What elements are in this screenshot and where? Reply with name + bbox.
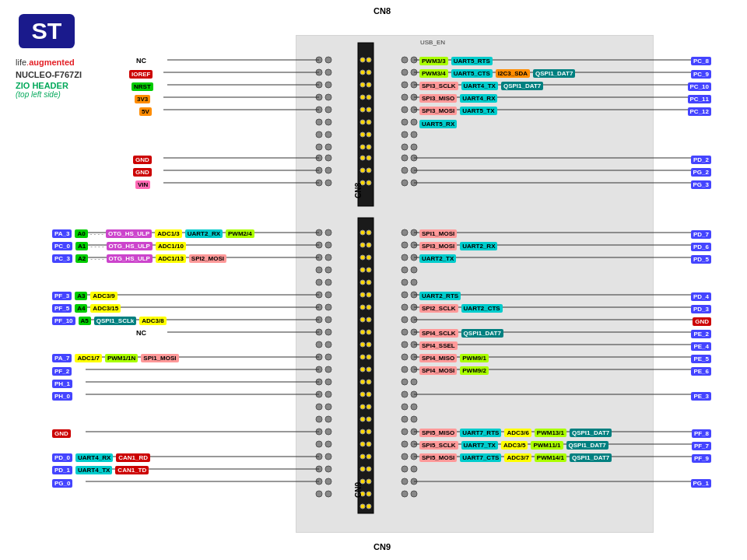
pc8-functions: PWM3/3 UART5_RTS — [419, 57, 493, 65]
pc9-pin: PC_9 — [690, 69, 712, 79]
pf7-pin: PF_7 — [691, 441, 712, 450]
pf2-pin: PF_2 — [51, 366, 72, 376]
uart5rts-badge: UART5_RTS — [451, 57, 493, 65]
5v-pin: 5V — [139, 107, 153, 116]
cn8-top-label: CN8 — [374, 6, 391, 16]
qspi1dat7-3-badge: QSPI1_DAT7 — [501, 82, 543, 90]
logo-area: ST life.augmented NUCLEO-F767ZI ZIO HEAD… — [16, 8, 132, 99]
pf5-badge: PF_5 — [52, 304, 72, 313]
uart5cts-badge: UART5_CTS — [451, 69, 493, 78]
pe4-r-badge: PE_4 — [691, 342, 711, 351]
usb-en-label: USB_EN — [420, 39, 445, 46]
uart4tx-r-badge: UART4_TX — [461, 82, 498, 90]
uart2tx-badge: UART2_TX — [419, 254, 456, 263]
st-logo: ST — [16, 8, 78, 54]
ioref-badge: IOREF — [129, 70, 153, 79]
pg2-r-badge: PG_2 — [691, 168, 711, 177]
pc8-row: PC_8 — [690, 57, 712, 65]
pe2-functions: SPI4_SCLK QSPI1_DAT7 — [419, 329, 504, 338]
adc110-badge: ADC1/10 — [156, 242, 186, 250]
qspi1dat7-pf8-badge: QSPI1_DAT7 — [570, 429, 612, 437]
pa3-badge: PA_3 — [52, 229, 72, 238]
spi1sck-badge: QSPI1_SCLk — [94, 317, 136, 325]
pf8-r-badge: PF_8 — [692, 429, 711, 438]
pd2-pin: PD_2 — [690, 155, 712, 164]
spi5sclk-badge: SPI5_SCLK — [419, 441, 458, 450]
pc12-functions: SPI3_MOSI UART5_TX — [419, 107, 498, 115]
pf8-functions: SPI5_MISO UART7_RTS ADC3/6 PWM13/1 QSPI1… — [419, 429, 612, 437]
pwm11n-badge: PWM1/1N — [105, 354, 138, 362]
pwm131-badge: PWM13/1 — [535, 429, 566, 437]
pg3-r-badge: PG_3 — [691, 180, 711, 189]
pe4-functions: SPI4_SSEL — [419, 341, 458, 350]
ph0-badge: PH_0 — [52, 392, 72, 401]
pd6-r-badge: PD_6 — [691, 243, 711, 251]
pc10-functions: SPI3_SCLK UART4_TX QSPI1_DAT7 — [419, 82, 544, 90]
pf3-badge: PF_3 — [52, 292, 72, 300]
pwm111-badge: PWM11/1 — [531, 441, 563, 450]
svg-text:ST: ST — [32, 17, 62, 44]
pe2-r-badge: PE_2 — [691, 330, 711, 338]
qspi1dat7-2-badge: QSPI1_DAT7 — [533, 69, 575, 78]
adc38-badge: ADC3/8 — [139, 317, 166, 325]
pf9-functions: SPI5_MOSI UART7_CTS ADC3/7 PWM14/1 QSPI1… — [419, 453, 612, 462]
pc10-pin: PC_10 — [687, 82, 712, 91]
pwm34-badge: PWM3/4 — [419, 69, 448, 78]
pc9-functions: PWM3/4 UART5_CTS I2C3_SDA QSPI1_DAT7 — [419, 69, 576, 78]
pe5-pin: PE_5 — [690, 354, 712, 363]
header-name: ZIO HEADER — [16, 81, 132, 90]
spi5miso-badge: SPI5_MISO — [419, 429, 457, 437]
pf10-row: PF_10 A5 QSPI1_SCLk ADC3/8 — [51, 317, 167, 325]
vin-pin: VIN — [135, 180, 151, 189]
pd4-r-badge: PD_4 — [691, 292, 711, 301]
uart2cts-badge: UART2_CTS — [461, 304, 503, 313]
spi1mosi2-badge: SPI1_MOSI — [419, 229, 457, 238]
uart2rts-badge: UART2_RTS — [419, 292, 461, 300]
otg1-badge: OTG_HS_ULP — [106, 229, 152, 238]
pf9-r-badge: PF_9 — [692, 454, 711, 463]
gndr-pin: GND — [692, 317, 712, 326]
3v3-badge: 3V3 — [135, 95, 150, 103]
pc8-r-badge: PC_8 — [691, 57, 711, 65]
a5-badge: A5 — [79, 317, 91, 325]
gnd3-pin: GND — [51, 429, 72, 438]
pwm24-badge: PWM2/4 — [226, 229, 254, 238]
spi2mosi-badge: SPI2_MOSI — [189, 254, 226, 263]
pd0-badge: PD_0 — [52, 453, 72, 462]
pd7-pin: PD_7 — [690, 229, 712, 239]
pd7-functions: SPI1_MOSI — [419, 229, 458, 238]
spi3mosi2-badge: SPI3_MOSI — [419, 242, 457, 250]
spi1mosi-badge: SPI1_MOSI — [141, 354, 178, 362]
ioref-pin: IOREF — [128, 69, 153, 79]
pc11-pin: PC_11 — [687, 94, 712, 103]
pwm141-badge: PWM14/1 — [535, 453, 566, 462]
ph1-pin: PH_1 — [51, 379, 73, 388]
pc11-functions: SPI3_MISO UART4_RX — [419, 94, 498, 103]
pc10-r-badge: PC_10 — [688, 82, 711, 91]
cn8-side-label: CN8 — [354, 183, 363, 198]
a2-badge: A2 — [75, 254, 88, 263]
pd6-functions: SPI3_MOSI UART2_RX — [419, 242, 498, 250]
spi4miso-badge: SPI4_MISO — [419, 354, 457, 362]
pe6-functions: SPI4_MOSI PWM9/2 — [419, 366, 489, 375]
uart7cts-badge: UART7_CTS — [460, 453, 501, 462]
pa7-row: PA_7 ADC1/7 PWM1/1N SPI1_MOSI — [51, 354, 180, 362]
uart2rx-badge: UART2_RX — [185, 229, 223, 238]
adc35-badge: ADC3/5 — [501, 441, 528, 450]
gnd1-pin: GND — [132, 155, 153, 164]
nrst-pin: NRST — [131, 82, 154, 91]
pf10-badge: PF_10 — [52, 317, 75, 325]
pd4-pin: PD_4 — [690, 292, 712, 301]
uart5rx-badge: UART5_RX — [419, 120, 457, 128]
adc315-badge: ADC3/15 — [90, 304, 121, 313]
pf8-pin: PF_8 — [691, 429, 712, 438]
life-augmented-text: life.augmented — [16, 58, 132, 67]
qspi1dat7-pf9-badge: QSPI1_DAT7 — [570, 453, 612, 462]
pe4-pin: PE_4 — [690, 341, 712, 351]
pf9-pin: PF_9 — [691, 453, 712, 463]
spi3miso-badge: SPI3_MISO — [419, 94, 457, 103]
adc113-badge: ADC1/13 — [156, 254, 186, 263]
cn9-bottom-label: CN9 — [374, 542, 391, 551]
pe2-pin: PE_2 — [690, 329, 712, 338]
pd0-row: PD_0 UART4_RX CAN1_RD — [51, 453, 151, 462]
